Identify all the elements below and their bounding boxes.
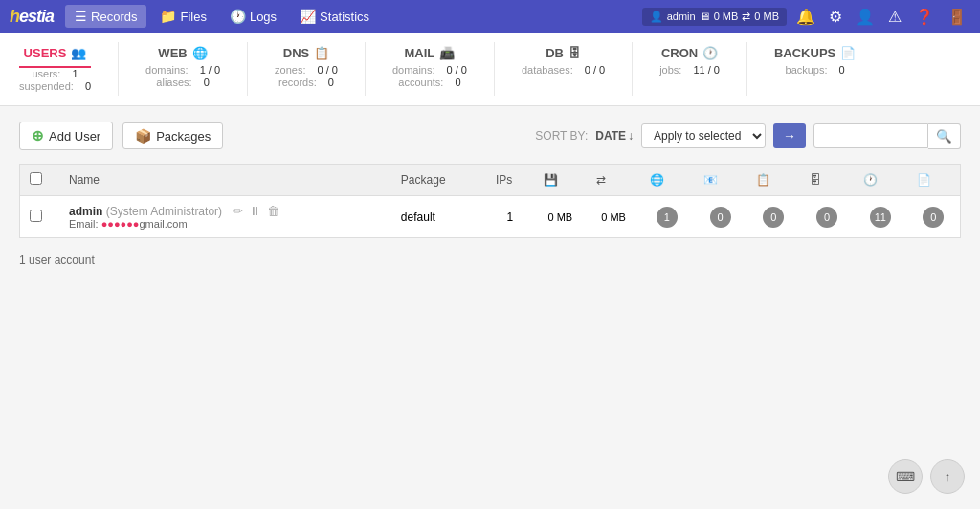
user-info-badge[interactable]: 👤 admin 🖥 0 MB ⇄ 0 MB [642,8,787,26]
stat-users-title: USERS 👥 [24,46,87,60]
user-name[interactable]: admin [69,205,102,218]
stat-row: jobs: 11 / 0 [659,64,720,76]
alert-icon[interactable]: ⚠ [884,6,905,28]
disk-col-icon: 💾 [544,173,558,187]
col-dns-header: 📋 [746,165,800,196]
col-bw-header: ⇄ [587,165,640,196]
nav-records[interactable]: ☰ Records [65,5,146,28]
row-bkp-cell: 0 [907,196,961,238]
dns-badge[interactable]: 0 [763,207,784,228]
nav-files[interactable]: 📁 Files [150,5,215,28]
stat-mail[interactable]: MAIL 📠 domains: 0 / 0 accounts: 0 [366,42,495,96]
bandwidth-value: 0 MB [754,11,779,22]
stat-row: domains: 1 / 0 [145,64,220,76]
row-bw-cell: 0 MB [587,196,640,238]
bandwidth-icon: ⇄ [742,11,750,23]
db-badge[interactable]: 0 [816,207,837,228]
stat-web-title: WEB 🌐 [158,46,207,60]
bottom-right-buttons: ⌨ ↑ [888,459,965,489]
bkp-col-icon: 📄 [917,173,931,187]
main-content: ⊕ Add User 📦 Packages SORT BY: DATE ↓ Ap… [0,106,980,489]
row-cron-cell: 11 [854,196,907,238]
nav-records-label: Records [91,10,137,24]
disk-value: 0 MB [714,11,739,22]
sort-field[interactable]: DATE ↓ [595,129,634,143]
row-name-cell: admin (System Administrator) ✏ ⏸ 🗑 Email… [59,196,391,238]
add-user-button[interactable]: ⊕ Add User [19,122,113,150]
stat-web[interactable]: WEB 🌐 domains: 1 / 0 aliases: 0 [119,42,248,96]
packages-button[interactable]: 📦 Packages [122,122,223,149]
stat-cron[interactable]: CRON 🕐 jobs: 11 / 0 [633,42,747,96]
stat-cron-rows: jobs: 11 / 0 [659,64,720,76]
globe-icon: 🌐 [192,46,208,60]
edit-icon[interactable]: ✏ [233,204,243,218]
top-navigation: hestia ☰ Records 📁 Files 🕐 Logs 📈 Statis… [0,0,980,33]
stat-row: databases: 0 / 0 [522,64,605,76]
db-col-icon: 🗄 [810,173,821,187]
stat-row: users: 1 [32,68,78,79]
stat-dns-rows: zones: 0 / 0 records: 0 [275,64,338,88]
delete-icon[interactable]: 🗑 [267,204,279,218]
help-icon[interactable]: ❓ [911,6,938,28]
up-arrow-icon: ↑ [945,469,951,484]
bell-icon[interactable]: 🔔 [792,6,819,28]
keyboard-button[interactable]: ⌨ [888,459,923,489]
user-icon: 👤 [650,11,663,23]
bkp-badge[interactable]: 0 [923,207,944,228]
stat-db[interactable]: DB 🗄 databases: 0 / 0 [495,42,633,96]
stat-row: domains: 0 / 0 [392,64,467,76]
db-icon: 🗄 [568,46,581,60]
stat-users-rows: users: 1 suspended: 0 [19,68,91,92]
package-icon: 📦 [135,128,151,144]
stat-backups-rows: backups: 0 [774,64,856,76]
stat-web-rows: domains: 1 / 0 aliases: 0 [145,64,220,88]
row-db-cell: 0 [800,196,854,238]
row-web-cell: 1 [640,196,694,238]
user-manage-icon[interactable]: 👤 [852,6,879,28]
stat-dns-title: DNS 📋 [283,46,329,60]
logout-icon[interactable]: 🚪 [944,6,970,28]
files-icon: 📁 [160,9,176,24]
apply-to-selected-dropdown[interactable]: Apply to selected Suspend Unsuspend Dele… [641,123,766,148]
row-checkbox[interactable] [30,210,42,222]
scroll-to-top-button[interactable]: ↑ [930,459,965,489]
search-area: 🔍 [813,123,961,149]
dns-col-icon: 📋 [756,173,770,187]
stat-backups-title: BACKUPS 📄 [774,46,856,60]
nav-logs-label: Logs [250,10,277,24]
search-button[interactable]: 🔍 [928,123,961,149]
topnav-right-area: 👤 admin 🖥 0 MB ⇄ 0 MB 🔔 ⚙ 👤 ⚠ ❓ 🚪 [642,6,970,28]
pause-icon[interactable]: ⏸ [249,204,261,218]
stat-dns[interactable]: DNS 📋 zones: 0 / 0 records: 0 [248,42,366,96]
user-email: Email: ●●●●●●gmail.com [69,218,382,230]
apply-go-button[interactable]: → [773,123,806,148]
nav-statistics[interactable]: 📈 Statistics [290,5,379,28]
sort-arrow-icon: ↓ [628,129,634,143]
web-badge[interactable]: 1 [657,207,678,228]
keyboard-icon: ⌨ [896,469,915,484]
stats-bar: USERS 👥 users: 1 suspended: 0 WEB 🌐 doma… [0,33,980,106]
select-all-checkbox[interactable] [30,172,42,185]
stat-row: aliases: 0 [156,77,209,88]
mail-col-icon: 📧 [703,173,718,187]
row-checkbox-cell [20,196,60,238]
mail-icon: 📠 [439,46,455,60]
row-disk-cell: 0 MB [534,196,588,238]
disk-icon: 🖥 [700,11,710,22]
stat-users[interactable]: USERS 👥 users: 1 suspended: 0 [19,42,119,96]
cron-badge[interactable]: 11 [870,207,891,228]
search-input[interactable] [813,123,928,148]
row-mail-cell: 0 [694,196,747,238]
nav-logs[interactable]: 🕐 Logs [220,5,286,28]
disk-value: 0 MB [548,211,573,223]
row-package-cell: default [391,196,486,238]
settings-icon[interactable]: ⚙ [825,6,846,28]
web-col-icon: 🌐 [650,173,664,187]
toolbar-right: SORT BY: DATE ↓ Apply to selected Suspen… [535,123,961,149]
stat-row: accounts: 0 [398,77,460,88]
stat-backups[interactable]: BACKUPS 📄 backups: 0 [747,42,882,96]
package-value: default [401,210,435,224]
footer-count-text: 1 user account [19,254,95,267]
mail-badge[interactable]: 0 [710,207,731,228]
add-user-label: Add User [49,129,100,144]
